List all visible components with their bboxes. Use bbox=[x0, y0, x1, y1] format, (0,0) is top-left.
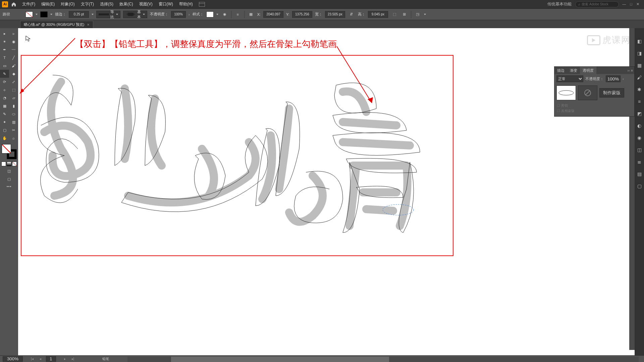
edit-toolbar-button[interactable]: ••• bbox=[0, 183, 18, 190]
pencil-tool[interactable]: ✎ bbox=[0, 70, 9, 78]
menu-view[interactable]: 视图(V) bbox=[137, 0, 155, 8]
panel-symbols-icon[interactable]: ✱ bbox=[636, 86, 642, 93]
h-input[interactable] bbox=[368, 11, 388, 18]
link-wh-icon[interactable]: ⇵ bbox=[348, 11, 355, 18]
artboard-next-button[interactable]: ▸ bbox=[63, 357, 67, 361]
rotate-tool[interactable]: ⟳ bbox=[0, 78, 9, 86]
color-mode-none[interactable] bbox=[12, 162, 17, 166]
panel-menu-icon[interactable]: ≡ bbox=[631, 69, 633, 72]
x-input[interactable] bbox=[263, 11, 283, 18]
fill-stroke-control[interactable] bbox=[2, 144, 16, 159]
artboard-prev-button[interactable]: ◂ bbox=[38, 357, 43, 361]
canvas[interactable]: 【双击】【铅笔工具】，调整保真度为平滑，然后在骨架上勾勒笔画 bbox=[18, 28, 635, 355]
panel-collapse-icon[interactable]: ›› bbox=[627, 69, 630, 72]
artboard-first-button[interactable]: |◂ bbox=[30, 357, 35, 361]
menu-effect[interactable]: 效果(C) bbox=[117, 0, 136, 8]
artboard-last-button[interactable]: ▸| bbox=[70, 357, 76, 361]
menu-help[interactable]: 帮助(H) bbox=[176, 0, 196, 8]
shape-builder-tool[interactable]: ◔ bbox=[0, 94, 9, 102]
panel-artboards-icon[interactable]: ▢ bbox=[636, 183, 642, 189]
panel-gradient-icon[interactable]: ◩ bbox=[636, 111, 642, 117]
menu-type[interactable]: 文字(T) bbox=[78, 0, 97, 8]
panel-tab-transparency[interactable]: 透明度 bbox=[580, 67, 596, 74]
shape-icon[interactable]: ⬚ bbox=[391, 11, 398, 18]
type-tool[interactable]: T bbox=[0, 54, 9, 62]
panel-transparency-icon[interactable]: ◐ bbox=[636, 123, 642, 129]
curvature-tool[interactable]: 〰 bbox=[9, 46, 18, 54]
panel-brushes-icon[interactable]: 🖌 bbox=[636, 74, 642, 80]
color-mode-gradient[interactable] bbox=[7, 162, 11, 166]
search-input[interactable]: ⌕ 搜索 Adobe Stock bbox=[575, 1, 619, 7]
direct-selection-tool[interactable]: ▹ bbox=[9, 29, 18, 38]
opacity-input[interactable] bbox=[171, 11, 186, 18]
y-input[interactable] bbox=[292, 11, 312, 18]
fill-swatch[interactable] bbox=[25, 11, 33, 17]
brush-definition-dropdown[interactable]: 基本 bbox=[123, 11, 147, 18]
blend-tool[interactable]: ⬭ bbox=[9, 110, 18, 118]
mesh-tool[interactable]: ▦ bbox=[0, 102, 9, 110]
eyedropper-tool[interactable]: ✎ bbox=[0, 110, 9, 118]
symbol-sprayer-tool[interactable]: ✦ bbox=[0, 118, 9, 126]
arrange-documents-icon[interactable] bbox=[199, 2, 205, 7]
stroke-swatch[interactable] bbox=[40, 11, 48, 17]
panel-opacity-input[interactable] bbox=[606, 75, 621, 82]
recolor-icon[interactable]: ◉ bbox=[221, 11, 228, 18]
panel-graphic-styles-icon[interactable]: ◫ bbox=[636, 147, 642, 153]
transform-anchor-icon[interactable]: ▦ bbox=[247, 11, 255, 18]
graph-tool[interactable]: ▥ bbox=[9, 118, 18, 126]
fill-box[interactable] bbox=[2, 144, 11, 154]
align-icon[interactable]: ≡ bbox=[234, 11, 241, 18]
draw-mode-icon[interactable]: ◫ bbox=[5, 167, 14, 175]
panel-stroke-icon[interactable]: ≡ bbox=[636, 99, 642, 105]
lasso-tool[interactable]: ◉ bbox=[9, 38, 18, 46]
slice-tool[interactable]: ✂ bbox=[9, 126, 18, 134]
artboard-number-input[interactable] bbox=[46, 356, 56, 362]
zoom-tool[interactable]: ⌕ bbox=[9, 134, 18, 142]
paintbrush-tool[interactable]: 🖌 bbox=[9, 62, 18, 70]
stroke-weight-input[interactable] bbox=[69, 11, 89, 18]
make-mask-button[interactable]: 制作蒙版 bbox=[599, 88, 624, 98]
zoom-level-input[interactable] bbox=[3, 356, 23, 362]
transform-icon[interactable]: ◳ bbox=[414, 11, 421, 18]
panel-tab-stroke[interactable]: 描边 bbox=[554, 67, 567, 74]
eraser-tool[interactable]: ◆ bbox=[9, 70, 18, 78]
selection-tool[interactable]: ▸ bbox=[0, 29, 9, 38]
panel-color-guide-icon[interactable]: ◨ bbox=[636, 50, 642, 56]
horizontal-scrollbar[interactable] bbox=[127, 357, 639, 362]
panel-layers-icon[interactable]: ≣ bbox=[636, 159, 642, 165]
mask-thumb[interactable] bbox=[578, 85, 597, 100]
width-tool[interactable]: ⟡ bbox=[0, 86, 9, 94]
hand-tool[interactable]: ✋ bbox=[0, 134, 9, 142]
maximize-button[interactable]: □ bbox=[630, 2, 632, 6]
minimize-button[interactable]: — bbox=[622, 2, 626, 6]
panel-color-icon[interactable]: ◧ bbox=[636, 38, 642, 44]
artboard-tool[interactable]: ▢ bbox=[0, 126, 9, 134]
w-input[interactable] bbox=[325, 11, 345, 18]
opacity-thumb[interactable] bbox=[556, 85, 576, 100]
workspace-switcher[interactable]: 传统基本功能 bbox=[545, 1, 575, 7]
scale-tool[interactable]: ⤢ bbox=[9, 78, 18, 86]
menu-edit[interactable]: 编辑(E) bbox=[39, 0, 57, 8]
tab-close-button[interactable]: × bbox=[87, 22, 89, 27]
line-tool[interactable]: ╱ bbox=[9, 54, 18, 62]
panel-appearance-icon[interactable]: ◉ bbox=[636, 135, 642, 141]
perspective-tool[interactable]: ▱ bbox=[9, 94, 18, 102]
menu-file[interactable]: 文件(F) bbox=[19, 0, 38, 8]
blend-mode-select[interactable]: 正常 bbox=[556, 75, 583, 82]
screen-mode-icon[interactable]: ▢ bbox=[5, 175, 14, 183]
close-button[interactable]: ✕ bbox=[636, 2, 639, 6]
menu-object[interactable]: 对象(O) bbox=[58, 0, 77, 8]
free-transform-tool[interactable]: ⬚ bbox=[9, 86, 18, 94]
panel-assets-icon[interactable]: ▤ bbox=[636, 171, 642, 177]
home-icon[interactable] bbox=[11, 1, 17, 7]
rectangle-tool[interactable]: ▭ bbox=[0, 62, 9, 70]
stroke-profile-dropdown[interactable]: 等比 bbox=[96, 11, 120, 18]
document-tab[interactable]: 晒心情.ai* @ 300% (RGB/GPU 预览) × bbox=[20, 21, 93, 28]
magic-wand-tool[interactable]: ✴ bbox=[0, 38, 9, 46]
gradient-tool[interactable]: ▮ bbox=[9, 102, 18, 110]
panel-tab-gradient[interactable]: 渐变 bbox=[567, 67, 580, 74]
menu-select[interactable]: 选择(S) bbox=[97, 0, 116, 8]
graphic-style-swatch[interactable] bbox=[206, 11, 214, 17]
color-mode-color[interactable] bbox=[1, 162, 6, 166]
menu-window[interactable]: 窗口(W) bbox=[156, 0, 176, 8]
